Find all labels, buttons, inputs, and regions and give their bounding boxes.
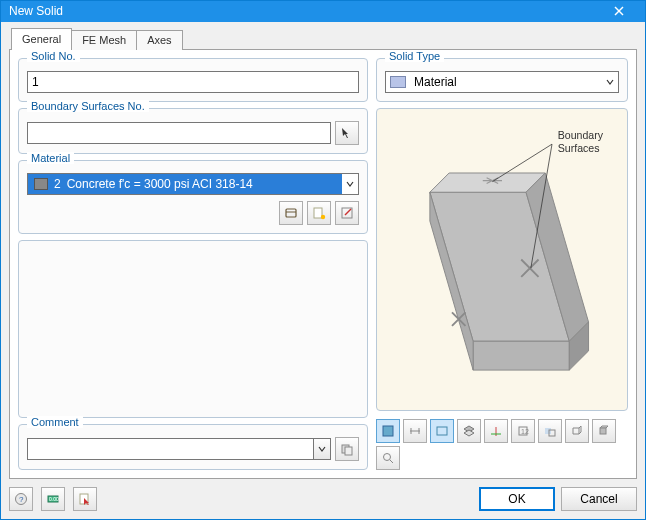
group-material: Material 2 Concrete f'c = 3000 psi ACI 3…	[18, 160, 368, 234]
tab-panel: Solid No. Boundary Surfaces No. Material	[9, 49, 637, 479]
local-axes-icon	[489, 424, 503, 438]
svg-text:12: 12	[521, 428, 529, 435]
solid-type-swatch	[390, 76, 406, 88]
wireframe-icon	[570, 424, 584, 438]
transparency-icon	[543, 424, 557, 438]
units-button[interactable]: 0.00	[41, 487, 65, 511]
solid-type-select[interactable]: Material	[385, 71, 619, 93]
cancel-button[interactable]: Cancel	[561, 487, 637, 511]
help-button[interactable]: ?	[9, 487, 33, 511]
svg-text:?: ?	[19, 495, 24, 504]
titlebar: New Solid	[1, 1, 645, 22]
chevron-down-icon	[606, 78, 614, 86]
dimension-button[interactable]	[403, 419, 427, 443]
label-boundary: Boundary Surfaces No.	[27, 100, 149, 112]
tab-axes[interactable]: Axes	[136, 30, 182, 50]
help-icon: ?	[14, 492, 28, 506]
bottom-bar: ? 0.00 OK Cancel	[9, 479, 637, 511]
svg-point-23	[384, 454, 391, 461]
preview-toolbar: 12	[376, 417, 628, 470]
preview-annotation-text: BoundarySurfaces	[558, 129, 604, 154]
local-axes-button[interactable]	[484, 419, 508, 443]
solid-type-arrow[interactable]	[602, 72, 618, 92]
svg-rect-8	[345, 447, 352, 455]
zoom-window-button[interactable]	[430, 419, 454, 443]
svg-text:0.00: 0.00	[49, 496, 59, 502]
right-column: Solid Type Material	[376, 58, 628, 470]
comment-row	[27, 437, 359, 461]
material-selected: 2 Concrete f'c = 3000 psi ACI 318-14	[28, 174, 342, 194]
units-icon: 0.00	[46, 492, 60, 506]
bottom-left-icons: ? 0.00	[9, 487, 97, 511]
zoom-window-icon	[435, 424, 449, 438]
comment-combo	[27, 438, 331, 460]
layers-icon	[462, 424, 476, 438]
boundary-input[interactable]	[27, 122, 331, 144]
numbering-button[interactable]: 12	[511, 419, 535, 443]
numbering-icon: 12	[516, 424, 530, 438]
tab-general[interactable]: General	[11, 28, 72, 50]
solid-type-row: Material	[385, 71, 619, 93]
material-select[interactable]: 2 Concrete f'c = 3000 psi ACI 318-14	[27, 173, 359, 195]
close-button[interactable]	[601, 1, 637, 21]
left-column: Solid No. Boundary Surfaces No. Material	[18, 58, 368, 470]
svg-point-5	[321, 215, 325, 219]
group-solid-no: Solid No.	[18, 58, 368, 102]
view-reset-button[interactable]	[376, 419, 400, 443]
pick-new-button[interactable]	[73, 487, 97, 511]
material-text: Concrete f'c = 3000 psi ACI 318-14	[67, 177, 253, 191]
shade-icon	[597, 424, 611, 438]
material-library-button[interactable]	[279, 201, 303, 225]
solid-type-value: Material	[414, 75, 457, 89]
pick-surfaces-button[interactable]	[335, 121, 359, 145]
tab-strip: General FE Mesh Axes	[9, 28, 637, 50]
boundary-row	[27, 121, 359, 145]
solid-type-left: Material	[390, 75, 457, 89]
bottom-right-buttons: OK Cancel	[479, 487, 637, 511]
material-dropdown-arrow[interactable]	[342, 174, 358, 194]
edit-material-button[interactable]	[335, 201, 359, 225]
label-solid-type: Solid Type	[385, 50, 444, 62]
group-boundary: Boundary Surfaces No.	[18, 108, 368, 154]
material-library-icon	[284, 206, 298, 220]
svg-rect-22	[600, 428, 606, 434]
preview-box: BoundarySurfaces	[376, 108, 628, 411]
zoom-fit-icon	[381, 451, 395, 465]
label-solid-no: Solid No.	[27, 50, 80, 62]
group-empty	[18, 240, 368, 418]
dimension-icon	[408, 424, 422, 438]
comment-dropdown-arrow[interactable]	[313, 438, 331, 460]
svg-rect-4	[314, 208, 322, 218]
wireframe-button[interactable]	[565, 419, 589, 443]
solid-no-input[interactable]	[27, 71, 359, 93]
comment-input[interactable]	[27, 438, 313, 460]
svg-line-24	[390, 460, 393, 463]
close-icon	[614, 6, 624, 16]
label-comment: Comment	[27, 416, 83, 428]
new-material-icon	[312, 206, 326, 220]
dialog-window: New Solid General FE Mesh Axes Solid No.…	[0, 0, 646, 520]
ok-button[interactable]: OK	[479, 487, 555, 511]
chevron-down-icon	[318, 445, 326, 453]
svg-rect-11	[383, 426, 393, 436]
new-material-button[interactable]	[307, 201, 331, 225]
svg-rect-15	[437, 427, 447, 435]
preview-illustration: BoundarySurfaces	[377, 109, 627, 410]
transparency-button[interactable]	[538, 419, 562, 443]
recent-comments-button[interactable]	[335, 437, 359, 461]
material-swatch	[34, 178, 48, 190]
group-comment: Comment	[18, 424, 368, 470]
shade-button[interactable]	[592, 419, 616, 443]
window-title: New Solid	[9, 4, 63, 18]
zoom-fit-button[interactable]	[376, 446, 400, 470]
pick-surfaces-icon	[340, 126, 354, 140]
edit-material-icon	[340, 206, 354, 220]
group-solid-type: Solid Type Material	[376, 58, 628, 102]
layers-button[interactable]	[457, 419, 481, 443]
pick-new-icon	[78, 492, 92, 506]
tab-femesh[interactable]: FE Mesh	[71, 30, 137, 50]
material-buttons	[27, 201, 359, 225]
label-material: Material	[27, 152, 74, 164]
client-area: General FE Mesh Axes Solid No. Boundary …	[1, 22, 645, 519]
view-reset-icon	[381, 424, 395, 438]
